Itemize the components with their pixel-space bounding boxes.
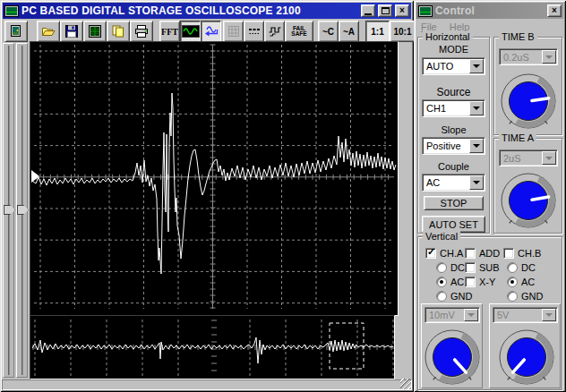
sub-checkbox[interactable] [465,262,476,273]
source-select[interactable]: CH1 [422,99,485,117]
oscilloscope-app-icon [4,5,19,17]
notes-icon [111,24,125,38]
scope-screen-icon [88,24,102,38]
oscilloscope-window: PC BASED DIGITAL STORAGE OSCILLOSCOPE 21… [0,0,414,392]
ch-b-volts-panel: 5V [489,303,561,388]
fft-button[interactable]: FFT [159,21,180,42]
dc-a-radio-row[interactable]: DC [436,262,465,273]
close-button[interactable]: × [395,4,409,17]
time-b-select: 0.2uS [499,48,558,65]
couple-value: AC [423,177,468,188]
ac-b-radio-row[interactable]: AC [507,277,535,287]
add-checkbox[interactable] [465,248,476,259]
control-titlebar[interactable]: Control × [416,3,563,19]
ch-b-checkbox[interactable] [503,248,514,259]
ch-a-position-slider[interactable] [4,205,15,215]
xy-checkbox-row[interactable]: X-Y [465,277,495,287]
ratio-1-1-label: 1:1 [371,27,383,37]
slope-label: Slope [418,124,489,135]
slope-value: Positive [423,141,468,151]
chevron-down-icon [473,64,480,72]
probe-10-1-button[interactable]: 10:1 [390,21,416,42]
sub-label: SUB [479,262,500,273]
mode-select[interactable]: AUTO [422,57,485,75]
time-b-knob[interactable] [499,72,558,131]
restore-waveform-button[interactable] [201,21,221,42]
exit-button[interactable] [4,21,28,42]
gnd-a-radio-row[interactable]: GND [436,291,472,302]
grid-toggle-button[interactable] [223,21,244,42]
ac-a-label: AC [450,277,464,287]
ac-a-radio-row[interactable]: AC [436,277,464,287]
ch-a-checkbox-row[interactable]: CH.A [425,248,463,259]
minimize-button[interactable] [361,4,375,17]
couple-dropdown-button[interactable] [469,175,484,190]
temp-a-label: ~A [343,27,355,37]
xy-checkbox[interactable] [465,277,476,287]
control-window-title: Control [435,4,545,17]
waveform-display-button[interactable] [180,21,201,42]
slope-select[interactable]: Positive [422,137,485,155]
ch-b-checkbox-row[interactable]: CH.B [503,248,541,259]
gnd-a-label: GND [450,291,472,302]
failsafe-button[interactable]: FAILSAFE [285,21,313,42]
slope-dropdown-button[interactable] [469,139,484,153]
probe-1-1-button[interactable]: 1:1 [365,21,390,42]
time-b-value: 0.2uS [500,52,541,63]
ch-a-position-track[interactable] [3,43,14,378]
dotted-line-button[interactable] [244,21,264,42]
vertical-group: Vertical CH.A ADD CH.B DC SUB [417,236,562,390]
source-dropdown-button[interactable] [469,101,484,115]
dc-b-radio[interactable] [507,262,518,273]
print-button[interactable] [130,21,153,42]
add-checkbox-row[interactable]: ADD [465,248,500,259]
calibrate-c-button[interactable]: ~C [318,21,339,42]
maximize-button[interactable] [378,4,392,17]
main-scope-display[interactable] [30,41,399,316]
volts-a-knob[interactable] [423,328,482,387]
volts-a-value: 10mV [425,310,463,320]
ac-a-radio[interactable] [436,277,447,287]
sub-checkbox-row[interactable]: SUB [465,262,500,273]
ac-b-radio[interactable] [507,277,518,287]
control-app-icon [418,5,433,17]
chevron-down-icon [545,313,553,320]
time-a-knob[interactable] [499,171,558,230]
mode-dropdown-button[interactable] [469,59,484,73]
chevron-down-icon [545,55,553,63]
stop-button[interactable]: STOP [424,196,484,210]
overview-scope-display[interactable] [30,315,395,379]
open-button[interactable] [37,21,60,42]
dc-a-label: DC [450,262,465,273]
ch-b-position-track[interactable] [16,43,28,378]
calibrate-a-button[interactable]: ~A [339,21,359,42]
copy-button[interactable] [107,21,130,42]
dc-b-radio-row[interactable]: DC [507,262,536,273]
main-window-title: PC BASED DIGITAL STORAGE OSCILLOSCOPE 21… [21,4,358,17]
gnd-b-radio-row[interactable]: GND [507,291,543,302]
volts-b-knob[interactable] [497,328,556,387]
main-scope-graticule [30,42,398,315]
time-a-dropdown-button [542,151,556,165]
resize-grip[interactable] [400,379,411,389]
ch-a-volts-panel: 10mV [421,303,483,388]
time-a-group: TIME A 2uS [493,138,562,234]
ch-b-position-slider[interactable] [17,205,29,215]
dc-a-radio[interactable] [436,262,447,273]
capture-screen-button[interactable] [83,21,107,42]
ch-a-checkbox[interactable] [425,248,436,259]
open-folder-icon [41,24,56,38]
fft-label: FFT [161,27,178,37]
main-titlebar[interactable]: PC BASED DIGITAL STORAGE OSCILLOSCOPE 21… [3,3,411,19]
mode-value: AUTO [423,61,468,72]
ratio-10-1-label: 10:1 [393,27,411,37]
save-button[interactable] [60,21,83,42]
trigger-marker[interactable] [31,170,39,183]
gnd-a-radio[interactable] [436,291,447,302]
couple-select[interactable]: AC [422,174,485,192]
control-close-button[interactable]: × [547,4,562,17]
ac-b-label: AC [521,277,535,287]
gnd-b-radio[interactable] [507,291,518,302]
square-wave-button[interactable] [264,21,285,42]
chevron-down-icon [473,181,480,188]
